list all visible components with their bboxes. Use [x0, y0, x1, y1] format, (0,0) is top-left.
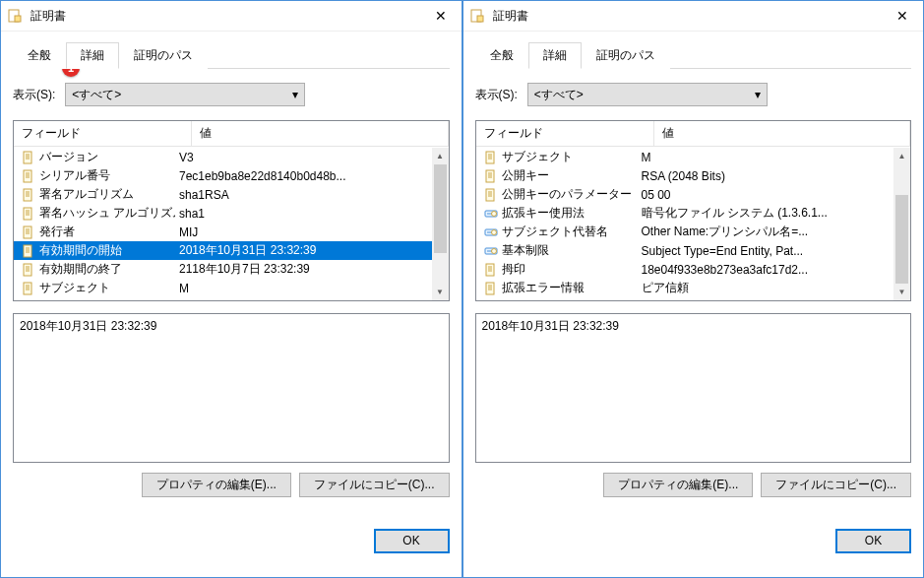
svg-rect-18 [24, 226, 31, 238]
rows-container: サブジェクト M 公開キー RSA (2048 Bits) [476, 148, 911, 300]
doc-icon [22, 244, 35, 258]
row-field: サブジェクト [502, 149, 573, 165]
copy-to-file-button[interactable]: ファイルにコピー(C)... [299, 473, 450, 497]
row-field: シリアル番号 [39, 167, 110, 184]
svg-point-56 [491, 248, 496, 253]
rows-container: バージョン V3 シリアル番号 7ec1eb9ba8e22d8140b0d48b… [14, 148, 449, 300]
scroll-thumb[interactable] [895, 195, 908, 284]
list-row[interactable]: 公開キー RSA (2048 Bits) [476, 166, 911, 185]
row-field: 基本制限 [502, 242, 549, 259]
title-bar: 証明書 ✕ [1, 1, 462, 32]
ext-icon [484, 225, 498, 239]
cert-icon [469, 8, 485, 24]
list-row[interactable]: 基本制限 Subject Type=End Entity, Pat... [476, 241, 911, 260]
close-button[interactable]: ✕ [428, 6, 454, 26]
copy-to-file-button[interactable]: ファイルにコピー(C)... [761, 473, 911, 497]
cert-icon [7, 8, 23, 24]
detail-text-box: 2018年10月31日 23:32:39 [13, 313, 450, 463]
list-row[interactable]: 署名アルゴリズム sha1RSA [14, 185, 449, 204]
close-button[interactable]: ✕ [890, 6, 915, 26]
svg-rect-1 [15, 16, 21, 22]
row-field: 拡張キー使用法 [502, 205, 585, 222]
scrollbar[interactable]: ▲ ▼ [893, 148, 910, 300]
list-row[interactable]: 署名ハッシュ アルゴリズム sha1 [14, 204, 449, 223]
ext-icon [484, 244, 498, 258]
svg-rect-40 [486, 170, 494, 182]
scroll-up-icon[interactable]: ▲ [432, 148, 449, 164]
list-row[interactable]: バージョン V3 [14, 148, 449, 166]
list-row[interactable]: 有効期間の開始 2018年10月31日 23:32:39 [14, 241, 449, 260]
list-row[interactable]: シリアル番号 7ec1eb9ba8e22d8140b0d48b... [14, 166, 449, 185]
list-row[interactable]: 拇印 18e04f933e8b273ea3afc17d2... [476, 260, 911, 279]
certificate-window: 証明書 ✕ 全般 詳細 証明のパス 表示(S): <すべて> ▾ フィールド [462, 0, 925, 578]
doc-icon [22, 169, 35, 183]
tab-cert-path[interactable]: 証明のパス [582, 42, 670, 69]
row-field: 拡張エラー情報 [502, 280, 585, 296]
row-field: 公開キー [502, 167, 549, 184]
row-field: 拇印 [502, 261, 525, 278]
col-field[interactable]: フィールド [476, 121, 654, 147]
svg-rect-14 [24, 208, 31, 220]
row-value: Other Name:プリンシパル名=... [638, 224, 911, 240]
fields-listbox: フィールド 値 バージョン V3 [13, 120, 450, 301]
doc-icon [484, 169, 498, 183]
list-row[interactable]: サブジェクト M [14, 279, 449, 297]
tab-details[interactable]: 詳細 [66, 42, 119, 69]
doc-icon [484, 188, 498, 202]
ok-button[interactable]: OK [835, 529, 911, 553]
row-value: M [175, 282, 449, 295]
doc-icon [22, 282, 35, 295]
scroll-down-icon[interactable]: ▼ [432, 284, 449, 300]
window-title: 証明書 [31, 8, 428, 25]
scroll-thumb[interactable] [434, 164, 447, 253]
scroll-track[interactable] [893, 164, 910, 284]
doc-icon [22, 263, 35, 277]
col-value[interactable]: 値 [192, 121, 449, 147]
ext-icon [484, 207, 498, 221]
row-field: 公開キーのパラメーター [502, 186, 632, 203]
row-field: 有効期間の開始 [39, 242, 122, 259]
row-field: サブジェクト [39, 280, 110, 296]
doc-icon [484, 151, 498, 164]
tab-general[interactable]: 全般 [13, 42, 66, 69]
list-row[interactable]: 拡張キー使用法 暗号化ファイル システム (1.3.6.1... [476, 204, 911, 223]
list-row[interactable]: 発行者 MIJ [14, 223, 449, 241]
row-value: 05 00 [638, 188, 911, 202]
scrollbar[interactable]: ▲ ▼ [432, 148, 449, 300]
svg-rect-35 [477, 16, 483, 22]
scroll-down-icon[interactable]: ▼ [893, 284, 910, 300]
tab-general[interactable]: 全般 [475, 42, 528, 69]
row-value: 18e04f933e8b273ea3afc17d2... [638, 263, 911, 277]
list-row[interactable]: サブジェクト M [476, 148, 911, 166]
col-value[interactable]: 値 [654, 121, 911, 147]
tab-cert-path[interactable]: 証明のパス [119, 42, 208, 69]
edit-properties-button[interactable]: プロパティの編集(E)... [142, 473, 291, 497]
row-value: 2118年10月7日 23:32:39 [175, 261, 449, 278]
row-value: sha1 [175, 207, 449, 221]
doc-icon [22, 207, 35, 221]
tab-details[interactable]: 詳細 [528, 42, 582, 69]
certificate-window: 証明書 ✕ 1 全般 詳細 証明のパス 表示(S): <すべて> ▾ フィールド [0, 0, 462, 578]
svg-rect-26 [24, 264, 31, 276]
scroll-track[interactable] [432, 164, 449, 284]
show-label: 表示(S): [13, 87, 55, 103]
list-row[interactable]: サブジェクト代替名 Other Name:プリンシパル名=... [476, 223, 911, 241]
list-row[interactable]: 有効期間の終了 2118年10月7日 23:32:39 [14, 260, 449, 279]
scroll-up-icon[interactable]: ▲ [893, 148, 910, 164]
edit-properties-button[interactable]: プロパティの編集(E)... [603, 473, 753, 497]
row-value: 2018年10月31日 23:32:39 [175, 242, 449, 259]
svg-rect-10 [24, 189, 31, 201]
svg-rect-22 [24, 245, 31, 257]
show-selected-value: <すべて> [72, 87, 121, 103]
show-select[interactable]: <すべて> ▾ [527, 83, 768, 106]
chevron-down-icon: ▾ [292, 88, 298, 101]
col-field[interactable]: フィールド [14, 121, 192, 147]
list-row[interactable]: 拡張エラー情報 ピア信頼 [476, 279, 911, 297]
svg-rect-61 [486, 283, 494, 294]
fields-listbox: フィールド 値 サブジェクト M [475, 120, 912, 301]
list-row[interactable]: 公開キーのパラメーター 05 00 [476, 185, 911, 204]
ok-button[interactable]: OK [374, 529, 450, 553]
row-value: 7ec1eb9ba8e22d8140b0d48b... [175, 169, 449, 183]
row-field: 発行者 [39, 224, 75, 240]
show-select[interactable]: <すべて> ▾ [65, 83, 305, 106]
